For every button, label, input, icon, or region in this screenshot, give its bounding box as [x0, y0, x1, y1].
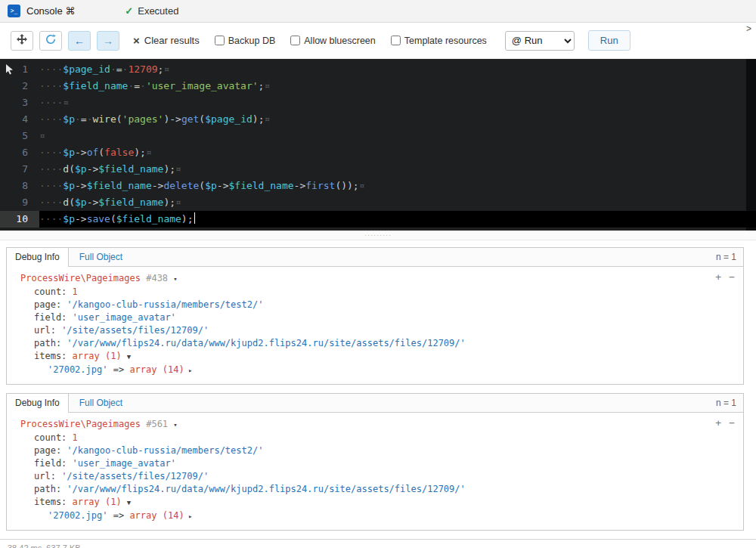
- editor-line[interactable]: 5¤: [0, 128, 756, 144]
- template-resources-checkbox[interactable]: Template resources: [391, 36, 487, 46]
- code-editor[interactable]: 1····$page_id·=·12709;¤2····$field_name·…: [0, 59, 756, 231]
- statusbar: 38,42 ms, 637,7 KB: [0, 539, 756, 548]
- dump-prop-row: field: 'user_image_avatar': [14, 457, 736, 470]
- dump-prop-row: items: array (1) ▼: [14, 350, 736, 364]
- object-class-toggle[interactable]: ProcessWire\Pageimages: [20, 273, 141, 283]
- check-icon: ✓: [125, 5, 133, 17]
- dump-body: + − ProcessWire\Pageimages #561 ▾count: …: [7, 413, 743, 530]
- object-header-row: ProcessWire\Pageimages #438 ▾: [14, 272, 736, 286]
- editor-lines: 1····$page_id·=·12709;¤2····$field_name·…: [0, 61, 756, 228]
- prop-value: 1: [73, 286, 78, 297]
- dump-prop-row: count: 1: [14, 286, 736, 299]
- code-text: ····d($p->$field_name);¤: [39, 161, 181, 178]
- item-value: array (14): [129, 364, 184, 375]
- dump-body: + − ProcessWire\Pageimages #438 ▾count: …: [7, 267, 743, 384]
- run-mode-select[interactable]: @ Run: [505, 31, 575, 51]
- collapse-all-icon[interactable]: −: [729, 271, 735, 283]
- prop-value: 'user_image_avatar': [73, 312, 176, 323]
- expand-all-icon[interactable]: +: [715, 271, 721, 283]
- prop-key: items:: [34, 497, 73, 507]
- allow-bluescreen-label: Allow bluescreen: [304, 36, 376, 46]
- line-number: 5: [0, 128, 39, 144]
- backup-db-label: Backup DB: [228, 36, 276, 46]
- cursor-arrow-icon: [5, 64, 14, 78]
- clear-results-button[interactable]: × Clear results: [133, 35, 200, 46]
- tab-full-object[interactable]: Full Object: [79, 398, 122, 408]
- prop-key: count:: [34, 432, 73, 443]
- editor-line[interactable]: 6····$p->of(false);¤: [0, 144, 756, 161]
- editor-line[interactable]: 7····d($p->$field_name);¤: [0, 161, 756, 178]
- result-count-badge: n = 1: [716, 252, 743, 262]
- editor-line[interactable]: 1····$page_id·=·12709;¤: [0, 61, 756, 78]
- backup-db-checkbox[interactable]: Backup DB: [215, 36, 276, 46]
- dump-prop-row: path: '/var/www/flips24.ru/data/www/kjup…: [14, 337, 736, 350]
- timing-info: 38,42 ms, 637,7 KB: [0, 540, 756, 548]
- item-key: '27002.jpg': [48, 364, 107, 375]
- move-icon: [17, 34, 27, 47]
- editor-resize-handle[interactable]: ·········: [0, 231, 756, 240]
- object-header-row: ProcessWire\Pageimages #561 ▾: [14, 418, 736, 432]
- debug-panel: Debug Info Full Object n = 1 + − Process…: [6, 393, 744, 531]
- prop-value: '/var/www/flips24.ru/data/www/kjupd2.fli…: [67, 484, 465, 494]
- move-panel-button[interactable]: [11, 31, 33, 51]
- console-icon: >_: [8, 5, 20, 17]
- item-value: array (14): [129, 510, 184, 521]
- history-forward-button[interactable]: →: [97, 31, 119, 51]
- reload-button[interactable]: [39, 31, 62, 51]
- triangle-down-icon[interactable]: ▼: [127, 499, 131, 506]
- template-resources-checkbox-input[interactable]: [391, 36, 401, 45]
- prop-key: url:: [34, 325, 61, 336]
- line-number: 6: [0, 144, 39, 161]
- tab-debug-info[interactable]: Debug Info: [7, 394, 69, 413]
- allow-bluescreen-checkbox-input[interactable]: [290, 36, 300, 45]
- editor-line[interactable]: 10····$p->save($field_name);: [0, 211, 756, 228]
- editor-line[interactable]: 3····¤: [0, 94, 756, 111]
- code-text: ····$page_id·=·12709;¤: [39, 61, 169, 78]
- refresh-icon: [45, 34, 56, 47]
- chevron-down-icon[interactable]: ▾: [173, 421, 177, 429]
- collapse-handle[interactable]: >: [746, 23, 751, 34]
- dump-prop-row: field: 'user_image_avatar': [14, 311, 736, 324]
- run-button[interactable]: Run: [588, 30, 631, 51]
- backup-db-checkbox-input[interactable]: [215, 36, 225, 45]
- prop-key: count:: [34, 286, 73, 297]
- prop-value: '/site/assets/files/12709/': [61, 471, 209, 481]
- editor-line[interactable]: 2····$field_name·=·'user_image_avatar';¤: [0, 78, 756, 94]
- dump-tabbar: Debug Info Full Object n = 1: [7, 248, 743, 267]
- code-text: ····$p->save($field_name);: [39, 211, 195, 228]
- line-number: 10: [0, 211, 39, 228]
- triangle-right-icon[interactable]: ▸: [184, 367, 193, 374]
- tab-debug-info[interactable]: Debug Info: [7, 248, 69, 267]
- prop-key: page:: [34, 445, 67, 456]
- code-text: ····d($p->$field_name);¤: [39, 194, 181, 211]
- prop-key: path:: [34, 484, 67, 494]
- prop-value: array (1): [73, 497, 122, 507]
- dump-prop-row: page: '/kangoo-club-russia/members/test2…: [14, 444, 736, 457]
- dump-prop-row: page: '/kangoo-club-russia/members/test2…: [14, 299, 736, 311]
- grip-dots-icon: ·········: [364, 233, 392, 237]
- template-resources-label: Template resources: [404, 36, 487, 46]
- object-class-toggle[interactable]: ProcessWire\Pageimages: [20, 419, 141, 429]
- history-back-button[interactable]: ←: [68, 31, 91, 51]
- close-icon: ×: [133, 35, 140, 46]
- chevron-down-icon[interactable]: ▾: [173, 275, 177, 283]
- dump-item-row: '27002.jpg' => array (14) ▸: [14, 509, 736, 523]
- code-text: ¤: [39, 128, 45, 144]
- collapse-all-icon[interactable]: −: [729, 417, 735, 429]
- expand-all-icon[interactable]: +: [715, 417, 721, 429]
- spacer: [122, 351, 127, 361]
- triangle-down-icon[interactable]: ▼: [127, 353, 131, 361]
- result-count-badge: n = 1: [716, 398, 743, 408]
- spacer: [122, 497, 127, 507]
- editor-line[interactable]: 9····d($p->$field_name);¤: [0, 194, 756, 211]
- tab-full-object[interactable]: Full Object: [79, 252, 122, 262]
- line-number: 7: [0, 161, 39, 178]
- line-number: 4: [0, 111, 39, 128]
- code-text: ····$p·=·wire('pages')->get($page_id);¤: [39, 111, 270, 128]
- triangle-right-icon[interactable]: ▸: [184, 512, 193, 520]
- object-id: #561: [146, 419, 168, 429]
- execution-status-label: Executed: [138, 5, 178, 17]
- editor-line[interactable]: 8····$p->$field_name->delete($p->$field_…: [0, 178, 756, 194]
- allow-bluescreen-checkbox[interactable]: Allow bluescreen: [290, 36, 376, 46]
- editor-line[interactable]: 4····$p·=·wire('pages')->get($page_id);¤: [0, 111, 756, 128]
